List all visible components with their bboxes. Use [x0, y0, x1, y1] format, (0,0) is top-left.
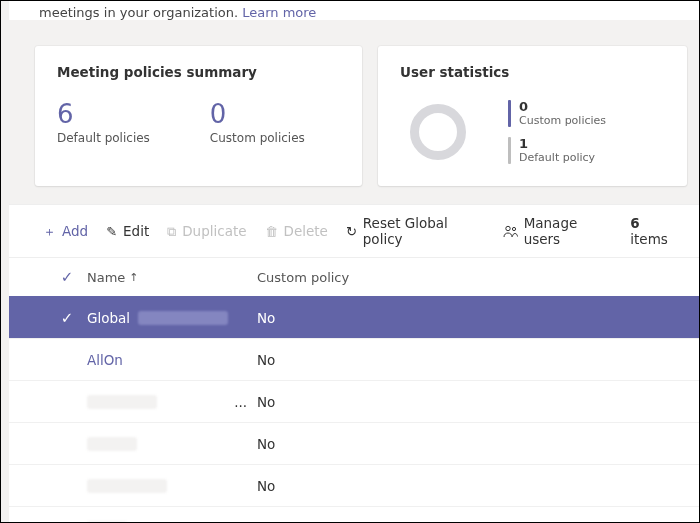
delete-label: Delete [284, 223, 328, 239]
table-row[interactable]: No [9, 422, 699, 464]
people-icon [503, 225, 518, 238]
add-label: Add [62, 223, 88, 239]
legend-default-label: Default policy [519, 151, 595, 164]
summary-custom-count: 0 [210, 100, 305, 129]
summary-custom-label: Custom policies [210, 131, 305, 145]
legend-bar-icon [508, 100, 511, 127]
duplicate-label: Duplicate [182, 223, 246, 239]
legend-custom: 0 Custom policies [508, 100, 606, 127]
summary-default-count: 6 [57, 100, 150, 129]
redacted-text [87, 395, 157, 409]
row-custom-cell: No [257, 394, 679, 410]
table-row[interactable]: No [9, 506, 699, 523]
row-checkbox[interactable]: ✓ [47, 309, 87, 327]
edit-label: Edit [123, 223, 149, 239]
redacted-text [138, 311, 228, 325]
manage-label: Manage users [524, 215, 613, 247]
user-stats-title: User statistics [400, 64, 665, 80]
legend-custom-count: 0 [519, 100, 606, 113]
row-custom-cell: No [257, 436, 679, 452]
items-count: 6 items [630, 215, 679, 247]
svg-point-1 [512, 227, 515, 230]
policy-name-link[interactable]: AllOn [87, 352, 123, 368]
reset-label: Reset Global policy [363, 215, 485, 247]
summary-default-label: Default policies [57, 131, 150, 145]
user-stats-card: User statistics 0 Custom policies [378, 46, 687, 186]
row-custom-cell: No [257, 352, 679, 368]
legend-default-count: 1 [519, 137, 595, 150]
legend-custom-label: Custom policies [519, 114, 606, 127]
copy-icon: ⧉ [167, 225, 176, 238]
row-name-cell: ... [87, 394, 257, 410]
donut-chart [410, 104, 466, 160]
summary-title: Meeting policies summary [57, 64, 340, 80]
trash-icon: 🗑 [265, 225, 278, 238]
row-custom-cell: No [257, 310, 679, 326]
add-button[interactable]: ＋ Add [43, 223, 88, 239]
row-name-cell: AllOn [87, 352, 257, 368]
row-custom-cell: No [257, 520, 679, 524]
policy-name-link[interactable]: Global [87, 310, 130, 326]
check-icon: ✓ [61, 309, 74, 327]
table-row[interactable]: AllOnNo [9, 338, 699, 380]
row-name-cell [87, 437, 257, 451]
manage-users-button[interactable]: Manage users [503, 215, 613, 247]
table-row[interactable]: ✓GlobalNo [9, 296, 699, 338]
table-body: ✓GlobalNoAllOnNo ...NoNoNoNo [9, 296, 699, 523]
intro-fragment: meetings in your organization. [39, 5, 242, 20]
table-row[interactable]: ...No [9, 380, 699, 422]
row-name-cell [87, 479, 257, 493]
column-name-label: Name [87, 270, 125, 285]
summary-default: 6 Default policies [57, 100, 150, 145]
column-custom-label: Custom policy [257, 270, 349, 285]
svg-point-0 [505, 226, 509, 230]
row-name-cell: Global [87, 310, 257, 326]
intro-text: meetings in your organization. Learn mor… [9, 1, 699, 20]
legend-bar-icon [508, 137, 511, 164]
sort-asc-icon: ↑ [129, 271, 138, 284]
duplicate-button[interactable]: ⧉ Duplicate [167, 223, 246, 239]
learn-more-link[interactable]: Learn more [242, 5, 316, 20]
redacted-text [87, 437, 137, 451]
legend-default: 1 Default policy [508, 137, 606, 164]
select-all-checkbox[interactable]: ✓ [47, 268, 87, 286]
edit-button[interactable]: ✎ Edit [106, 223, 149, 239]
table-header: ✓ Name ↑ Custom policy [9, 258, 699, 296]
table-row[interactable]: No [9, 464, 699, 506]
ellipsis-icon: ... [234, 394, 257, 410]
items-count-num: 6 [630, 215, 639, 231]
toolbar: ＋ Add ✎ Edit ⧉ Duplicate 🗑 Delete ↻ Rese… [9, 205, 699, 258]
summary-custom: 0 Custom policies [210, 100, 305, 145]
reset-global-button[interactable]: ↻ Reset Global policy [346, 215, 485, 247]
summary-card: Meeting policies summary 6 Default polic… [35, 46, 362, 186]
pencil-icon: ✎ [106, 225, 117, 238]
column-custom[interactable]: Custom policy [257, 270, 679, 285]
delete-button[interactable]: 🗑 Delete [265, 223, 328, 239]
plus-icon: ＋ [43, 225, 56, 238]
row-custom-cell: No [257, 478, 679, 494]
redacted-text [87, 479, 167, 493]
items-count-label: items [630, 231, 668, 247]
reset-icon: ↻ [346, 225, 357, 238]
column-name[interactable]: Name ↑ [87, 270, 257, 285]
